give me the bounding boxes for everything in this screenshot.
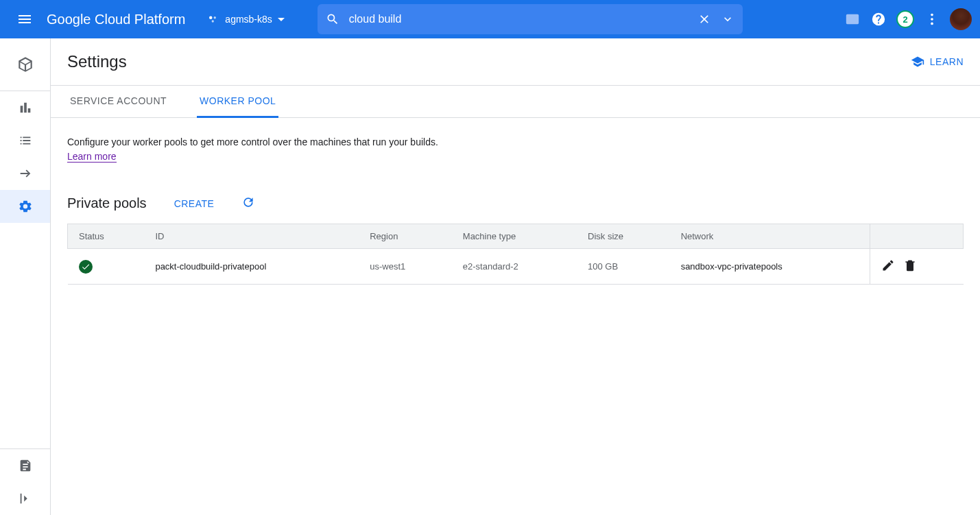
list-icon (18, 133, 33, 148)
svg-point-2 (212, 20, 214, 22)
cell-network: sandbox-vpc-privatepools (670, 249, 870, 285)
svg-point-3 (931, 14, 933, 16)
page-title: Settings (67, 52, 127, 71)
col-region: Region (359, 224, 452, 249)
sidebar-item-history[interactable] (0, 124, 50, 157)
notes-icon (18, 458, 33, 473)
page-header: Settings LEARN (51, 38, 980, 86)
sidebar-item-dashboard[interactable] (0, 91, 50, 124)
help-button[interactable] (870, 11, 887, 27)
cell-status (68, 249, 145, 285)
arrow-right-icon (18, 166, 33, 181)
table-row: packt-cloudbuild-privatepoolus-west1e2-s… (68, 249, 964, 285)
search-bar[interactable] (318, 4, 743, 34)
more-button[interactable] (924, 11, 940, 27)
col-id: ID (144, 224, 359, 249)
expand-icon (18, 491, 33, 506)
svg-point-5 (931, 23, 933, 25)
svg-point-4 (931, 18, 933, 21)
learn-icon (911, 55, 924, 69)
topbar: Google Cloud Platform agmsb-k8s 2 (0, 0, 980, 38)
delete-button[interactable] (903, 259, 917, 274)
hamburger-icon (16, 11, 33, 27)
project-icon (207, 13, 219, 25)
search-container (298, 4, 828, 34)
tabs: SERVICE ACCOUNT WORKER POOL (51, 86, 980, 118)
pencil-icon (881, 259, 895, 272)
svg-point-0 (209, 16, 213, 20)
account-avatar[interactable] (950, 8, 972, 30)
sidebar-top (0, 38, 50, 91)
body: Settings LEARN SERVICE ACCOUNT WORKER PO… (0, 38, 980, 515)
cloud-shell-button[interactable] (844, 11, 861, 27)
private-pools-header: Private pools CREATE (67, 195, 964, 211)
status-ok-icon (79, 260, 93, 274)
learn-button[interactable]: LEARN (911, 55, 964, 69)
sidebar (0, 38, 51, 515)
nav-menu-button[interactable] (8, 3, 41, 36)
row-actions (881, 259, 953, 274)
private-pools-title: Private pools (67, 195, 147, 211)
more-vert-icon (924, 12, 940, 27)
learn-label: LEARN (930, 56, 964, 67)
worker-pool-description: Configure your worker pools to get more … (67, 134, 964, 149)
cell-disk-size: 100 GB (577, 249, 670, 285)
project-selector[interactable]: agmsb-k8s (199, 7, 292, 32)
col-network: Network (670, 224, 870, 249)
col-machine-type: Machine type (452, 224, 577, 249)
sidebar-bottom (0, 448, 50, 515)
cell-id: packt-cloudbuild-privatepool (144, 249, 359, 285)
help-icon (871, 12, 886, 27)
free-trial-badge[interactable]: 2 (896, 10, 914, 28)
gear-icon (18, 199, 33, 214)
cell-machine-type: e2-standard-2 (452, 249, 577, 285)
cell-region: us-west1 (359, 249, 452, 285)
cell-actions (870, 249, 963, 285)
search-dropdown-icon[interactable] (721, 12, 734, 26)
gcp-logo[interactable]: Google Cloud Platform (47, 12, 185, 27)
search-icon (326, 12, 339, 26)
cloud-shell-icon (845, 12, 860, 27)
refresh-icon (241, 195, 255, 209)
content: Configure your worker pools to get more … (51, 118, 980, 301)
project-name: agmsb-k8s (225, 14, 272, 25)
clear-search-icon[interactable] (697, 12, 711, 26)
logo-cloud-platform: Cloud Platform (91, 12, 186, 27)
col-disk-size: Disk size (577, 224, 670, 249)
learn-more-link[interactable]: Learn more (67, 151, 117, 163)
main: Settings LEARN SERVICE ACCOUNT WORKER PO… (51, 38, 980, 515)
sidebar-item-cloudbuild[interactable] (0, 48, 50, 81)
sidebar-expand[interactable] (0, 482, 50, 515)
search-input[interactable] (349, 13, 688, 25)
trash-icon (903, 259, 917, 272)
dropdown-icon (278, 18, 285, 21)
col-actions (870, 224, 963, 249)
sidebar-item-triggers[interactable] (0, 157, 50, 190)
refresh-button[interactable] (241, 195, 255, 211)
logo-google: Google (47, 12, 91, 27)
topbar-right: 2 (833, 8, 972, 30)
tab-service-account[interactable]: SERVICE ACCOUNT (67, 86, 169, 118)
sidebar-item-settings[interactable] (0, 190, 50, 223)
sidebar-item-release-notes[interactable] (0, 449, 50, 482)
svg-point-1 (214, 16, 216, 19)
cloudbuild-icon (16, 56, 34, 73)
pools-table: Status ID Region Machine type Disk size … (67, 224, 964, 285)
col-status: Status (68, 224, 145, 249)
table-header-row: Status ID Region Machine type Disk size … (68, 224, 964, 249)
edit-button[interactable] (881, 259, 895, 274)
create-button[interactable]: CREATE (174, 198, 215, 209)
dashboard-icon (18, 100, 33, 115)
tab-worker-pool[interactable]: WORKER POOL (197, 86, 278, 118)
